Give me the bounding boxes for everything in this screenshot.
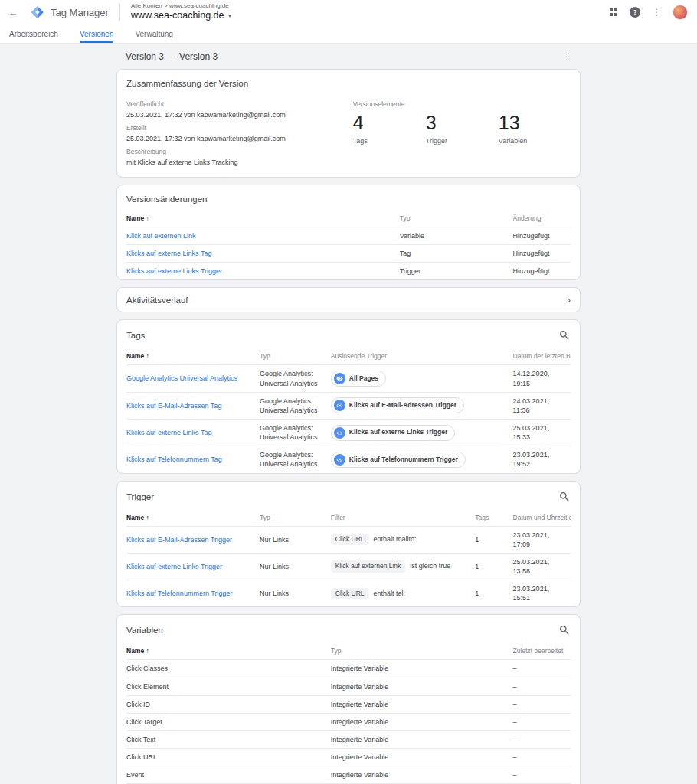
trigger-name-link[interactable]: Klicks auf externe Links Trigger [126,563,222,570]
table-header: Name ↑ Typ Änderung [126,211,571,227]
variable-name: Click Text [126,736,155,743]
column-typ: Typ [260,348,331,364]
column-filter: Filter [331,510,476,526]
variable-typ: Integrierte Variable [331,696,513,713]
variable-typ: Integrierte Variable [331,660,513,677]
link-click-icon [334,427,345,439]
pageview-icon [334,373,345,384]
search-icon[interactable] [558,491,571,503]
container-selector[interactable]: www.sea-coaching.de ▼ [131,10,233,22]
back-arrow-icon[interactable]: ← [5,7,21,18]
avatar[interactable] [672,5,688,20]
column-date: Datum und Uhrzeit der ... [513,510,571,526]
breadcrumb: Alle Konten > www.sea-coaching.de [131,2,233,10]
change-aenderung: Hinzugefügt [513,263,571,279]
change-typ: Tag [400,245,513,262]
count-block: 3Trigger [426,113,499,145]
column-aenderung: Änderung [513,211,571,227]
filter-condition: ist gleich true [410,562,450,570]
table-row: Click URLIntegrierte Variable– [126,749,571,766]
summary-card: Zusammenfassung der Version Veröffentlic… [116,69,581,178]
table-row: Click ElementIntegrierte Variable– [126,678,571,696]
firing-trigger-chip[interactable]: Klicks auf externe Links Trigger [331,425,456,441]
column-firing-triggers: Auslösende Trigger [331,348,513,364]
tab-arbeitsbereich[interactable]: Arbeitsbereich [9,24,58,43]
table-row: Klicks auf externe Links TriggerTriggerH… [126,263,571,279]
trigger-tags-count: 1 [475,531,512,548]
variable-date: – [513,766,571,783]
table-row: Klick auf externen LinkVariableHinzugefü… [126,227,571,245]
variable-typ: Integrierte Variable [331,678,513,695]
chevron-down-icon: ▼ [227,13,233,20]
tag-date: 23.03.2021, 19:52 [513,446,571,472]
search-icon[interactable] [558,329,571,341]
variable-typ: Integrierte Variable [331,749,513,766]
tag-typ: Google Analytics: Universal Analytics [260,393,331,419]
trigger-title: Trigger [126,492,154,501]
table-header: Name ↑ Typ Filter Tags Datum und Uhrzeit… [126,510,571,527]
trigger-typ: Nur Links [260,531,331,548]
created-value: 25.03.2021, 17:32 von kapwamarketing@gma… [126,135,353,142]
activity-history[interactable]: Aktivitätsverlauf › [116,287,581,312]
count-label: Tags [353,137,426,145]
trigger-typ: Nur Links [260,585,331,602]
column-name[interactable]: Name ↑ [126,348,260,364]
help-icon[interactable]: ? [630,7,640,18]
count-label: Variablen [499,137,571,145]
apps-grid-icon[interactable] [609,8,618,17]
table-row: Klicks auf externe Links TriggerNur Link… [126,554,571,580]
trigger-date: 23.03.2021, 17:09 [513,527,571,553]
version-more-vertical-icon[interactable]: ⋮ [561,51,576,62]
version-element-counts: 4Tags3Trigger13Variablen [353,113,571,145]
tag-manager-logo-icon [31,5,44,19]
variable-date: – [513,749,571,766]
published-label: Veröffentlicht [126,100,353,108]
trigger-name-link[interactable]: Klicks auf Telefonnummern Trigger [126,590,232,597]
tag-name-link[interactable]: Klicks auf E-Mail-Adressen Tag [126,402,221,410]
count-value: 3 [426,113,499,134]
change-name-link[interactable]: Klick auf externen Link [126,232,196,240]
tag-name-link[interactable]: Klicks auf Telefonnummern Tag [126,456,222,463]
change-name-link[interactable]: Klicks auf externe Links Trigger [126,267,222,275]
table-row: Google Analytics Universal AnalyticsGoog… [126,365,571,392]
variable-date: – [513,731,571,748]
variable-typ: Integrierte Variable [331,731,513,748]
container-title: www.sea-coaching.de [131,10,224,22]
column-tags-count: Tags [475,510,512,526]
change-name-link[interactable]: Klicks auf externe Links Tag [126,250,211,257]
variable-name: Click Target [126,718,162,726]
firing-trigger-chip[interactable]: Klicks auf Telefonnummern Trigger [331,452,466,468]
tab-verwaltung[interactable]: Verwaltung [135,24,172,43]
column-name[interactable]: Name ↑ [126,211,400,227]
tag-name-link[interactable]: Klicks auf externe Links Tag [126,429,211,436]
tag-name-link[interactable]: Google Analytics Universal Analytics [126,374,237,382]
table-row: Click TextIntegrierte Variable– [126,731,571,749]
variable-typ: Integrierte Variable [331,766,513,783]
table-row: Click IDIntegrierte Variable– [126,696,571,714]
tab-versionen[interactable]: Versionen [80,24,113,43]
table-row: Klicks auf externe Links TagTagHinzugefü… [126,245,571,263]
tag-date: 14.12.2020, 19:15 [513,365,571,391]
filter-condition: enthält mailto: [374,535,417,543]
description-label: Beschreibung [126,148,353,155]
version-changes-card: Versionsänderungen Name ↑ Typ Änderung K… [116,185,581,280]
table-row: Click ClassesIntegrierte Variable– [126,660,571,678]
table-row: Klicks auf E-Mail-Adressen TagGoogle Ana… [126,393,571,420]
firing-trigger-chip[interactable]: All Pages [331,371,386,387]
breadcrumb-block: Alle Konten > www.sea-coaching.de www.se… [131,2,233,22]
tag-typ: Google Analytics: Universal Analytics [260,420,331,446]
trigger-name-link[interactable]: Klicks auf E-Mail-Adressen Trigger [126,536,232,544]
tag-date: 25.03.2021, 15:33 [513,420,571,446]
search-icon[interactable] [558,624,571,636]
column-name[interactable]: Name ↑ [126,510,260,526]
firing-trigger-chip[interactable]: Klicks auf E-Mail-Adressen Trigger [331,397,464,413]
count-value: 13 [499,113,571,134]
column-name[interactable]: Name ↑ [126,643,331,659]
filter-variable-chip: Klick auf externen Link [331,560,406,572]
published-value: 25.03.2021, 17:32 von kapwamarketing@gma… [126,111,353,119]
trigger-tags-count: 1 [475,585,512,602]
variable-date: – [513,678,571,695]
more-vertical-icon[interactable]: ⋮ [652,7,661,18]
table-header: Name ↑ Typ Auslösende Trigger Datum der … [126,348,571,365]
firing-trigger-label: Klicks auf externe Links Trigger [349,428,448,436]
